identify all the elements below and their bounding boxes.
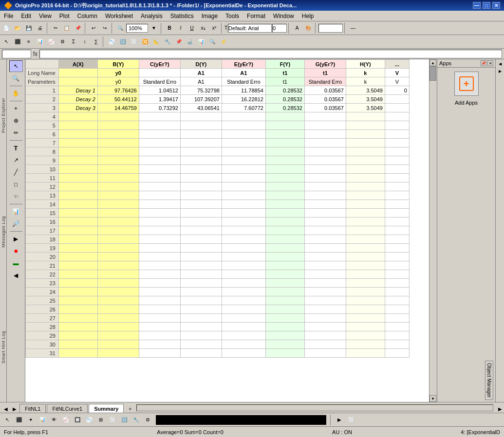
- cell-5-G[interactable]: [304, 121, 346, 130]
- cell-27-I[interactable]: [385, 314, 409, 323]
- vertical-scrollbar[interactable]: ▲ ▼: [429, 59, 437, 402]
- cell-23-B[interactable]: [97, 279, 139, 288]
- bottom-btn7[interactable]: 🔲: [72, 415, 83, 425]
- row-label-2[interactable]: Decay 2: [58, 95, 97, 104]
- cell-30-G[interactable]: [304, 340, 346, 349]
- cell-3-D[interactable]: 43.06541: [180, 104, 222, 112]
- row-label-29[interactable]: [58, 331, 97, 340]
- tool-arrow[interactable]: ↖: [9, 60, 23, 72]
- cell-23-I[interactable]: [385, 279, 409, 288]
- row-label-17[interactable]: [58, 226, 97, 235]
- tb2-btn11[interactable]: 🔢: [117, 36, 128, 47]
- tb2-btn1[interactable]: ↖: [1, 36, 12, 47]
- cell-28-I[interactable]: [385, 323, 409, 331]
- cell-3-F[interactable]: 0.28532: [265, 104, 304, 112]
- cell-6-E[interactable]: [222, 130, 265, 139]
- tool-pan[interactable]: ✋: [9, 88, 23, 99]
- cell-2-C[interactable]: 1.39417: [139, 95, 180, 104]
- row-label-27[interactable]: [58, 314, 97, 323]
- row-label-18[interactable]: [58, 235, 97, 244]
- bottom-btn11[interactable]: 🔢: [119, 415, 130, 425]
- cell-16-D[interactable]: [180, 218, 222, 226]
- cell-4-D[interactable]: [180, 112, 222, 121]
- tb2-btn10[interactable]: 📉: [106, 36, 117, 47]
- menu-tools[interactable]: Tools: [222, 11, 243, 21]
- cell-3-B[interactable]: 14.46759: [97, 104, 139, 112]
- menu-column[interactable]: Column: [74, 11, 101, 21]
- copy-button[interactable]: 📋: [61, 23, 72, 34]
- row-label-6[interactable]: [58, 130, 97, 139]
- cell-8-C[interactable]: [139, 147, 180, 156]
- cell-24-F[interactable]: [265, 288, 304, 296]
- cell-22-H[interactable]: [346, 270, 385, 279]
- tb2-btn5[interactable]: 📈: [46, 36, 56, 47]
- cell-15-H[interactable]: [346, 209, 385, 218]
- cell-20-G[interactable]: [304, 253, 346, 261]
- cell-17-H[interactable]: [346, 226, 385, 235]
- row-label-16[interactable]: [58, 218, 97, 226]
- cell-1-G[interactable]: 0.03567: [304, 86, 346, 95]
- cell-11-B[interactable]: [97, 174, 139, 182]
- col-header-C[interactable]: C(yEr?): [139, 60, 180, 69]
- cell-6-B[interactable]: [97, 130, 139, 139]
- tb2-btn13[interactable]: 🔀: [140, 36, 150, 47]
- cell-7-D[interactable]: [180, 139, 222, 147]
- cell-20-H[interactable]: [346, 253, 385, 261]
- cell-19-C[interactable]: [139, 244, 180, 253]
- scroll-thumb-v[interactable]: [429, 66, 436, 81]
- cell-18-D[interactable]: [180, 235, 222, 244]
- cell-29-F[interactable]: [265, 331, 304, 340]
- row-label-20[interactable]: [58, 253, 97, 261]
- font-color-btn[interactable]: A: [292, 23, 302, 34]
- row-label-5[interactable]: [58, 121, 97, 130]
- cell-24-E[interactable]: [222, 288, 265, 296]
- tb2-btn7[interactable]: Σ: [68, 36, 79, 47]
- cell-28-E[interactable]: [222, 323, 265, 331]
- cell-13-D[interactable]: [180, 191, 222, 200]
- menu-view[interactable]: View: [35, 11, 56, 21]
- object-manager-tab[interactable]: Object Manager: [485, 361, 493, 400]
- cell-21-D[interactable]: [180, 261, 222, 270]
- new-button[interactable]: 📄: [1, 23, 12, 34]
- formula-input[interactable]: [39, 50, 502, 58]
- tool-red-icon[interactable]: ■: [9, 245, 23, 257]
- cell-29-E[interactable]: [222, 331, 265, 340]
- cell-reference-input[interactable]: [2, 50, 31, 58]
- font-family-input[interactable]: [228, 24, 272, 33]
- cell-17-F[interactable]: [265, 226, 304, 235]
- tb2-btn6[interactable]: ⚙: [57, 36, 68, 47]
- apps-close-button[interactable]: ✕: [487, 60, 493, 66]
- bold-btn[interactable]: B: [164, 23, 175, 34]
- cell-12-H[interactable]: [346, 182, 385, 191]
- cell-10-C[interactable]: [139, 165, 180, 174]
- cell-4-H[interactable]: [346, 112, 385, 121]
- cell-19-I[interactable]: [385, 244, 409, 253]
- cell-20-E[interactable]: [222, 253, 265, 261]
- cell-18-F[interactable]: [265, 235, 304, 244]
- cell-26-F[interactable]: [265, 305, 304, 314]
- tab-scrollbar[interactable]: [136, 404, 493, 411]
- cell-23-H[interactable]: [346, 279, 385, 288]
- cell-17-I[interactable]: [385, 226, 409, 235]
- row-label-23[interactable]: [58, 279, 97, 288]
- tab-scroll-right[interactable]: ▶: [496, 405, 504, 413]
- cell-26-D[interactable]: [180, 305, 222, 314]
- cell-15-G[interactable]: [304, 209, 346, 218]
- cell-13-H[interactable]: [346, 191, 385, 200]
- cell-26-C[interactable]: [139, 305, 180, 314]
- cell-27-F[interactable]: [265, 314, 304, 323]
- cell-3-C[interactable]: 0.73292: [139, 104, 180, 112]
- cell-1-I[interactable]: 0: [385, 86, 409, 95]
- col-header-E[interactable]: E(yEr?): [222, 60, 265, 69]
- cell-30-I[interactable]: [385, 340, 409, 349]
- cell-6-H[interactable]: [346, 130, 385, 139]
- cell-10-D[interactable]: [180, 165, 222, 174]
- cell-9-E[interactable]: [222, 156, 265, 165]
- cell-5-E[interactable]: [222, 121, 265, 130]
- cell-14-H[interactable]: [346, 200, 385, 209]
- tb2-btn18[interactable]: 📊: [196, 36, 206, 47]
- cell-22-G[interactable]: [304, 270, 346, 279]
- cell-7-H[interactable]: [346, 139, 385, 147]
- cell-13-B[interactable]: [97, 191, 139, 200]
- cell-20-F[interactable]: [265, 253, 304, 261]
